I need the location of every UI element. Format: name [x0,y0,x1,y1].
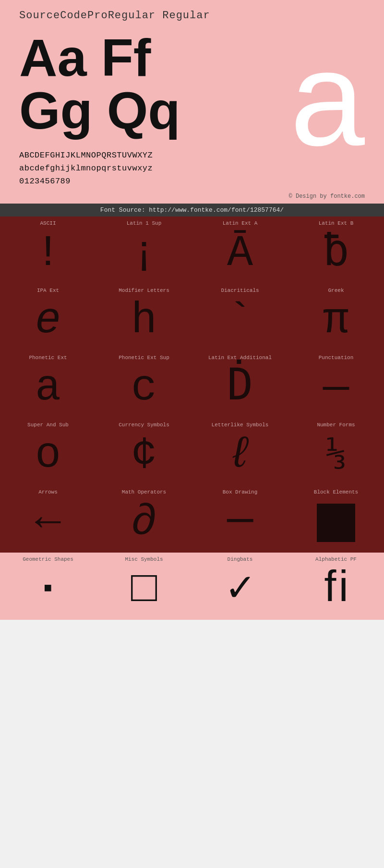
grid-cell-letterlike: Letterlike Symbols ℓ [192,418,288,485]
grid-cell-alphabeticpf: Alphabetic PF ﬁ [288,553,384,620]
glyph-geoshapes: ▪ [40,566,56,614]
label-boxdrawing: Box Drawing [223,489,258,497]
font-source: Font Source: http://www.fontke.com/font/… [0,204,384,217]
glyph-blockelements [317,499,355,547]
grid-cell-mathops: Math Operators ∂ [96,485,192,553]
grid-cell-boxdrawing: Box Drawing ─ [192,485,288,553]
label-diacriticals: Diacriticals [221,288,259,295]
glyph-ipaext: e [35,297,61,345]
copyright: © Design by fontke.com [0,191,384,204]
label-geoshapes: Geometric Shapes [23,556,73,564]
label-latinextb: Latin Ext B [319,220,354,228]
grid-cell-currency: Currency Symbols ¢ [96,418,192,485]
grid-cell-diacriticals: Diacriticals ` [192,284,288,351]
grid-cell-modletters: Modifier Letters h [96,284,192,351]
background-letter: a [290,31,365,166]
label-greek: Greek [328,288,344,295]
grid-cell-latinextb: Latin Ext B ƀ [288,217,384,284]
grid-cell-phoneticext: Phonetic Ext a [0,351,96,418]
grid-cell-greek: Greek π [288,284,384,351]
glyph-miscsymbols: □ [131,566,157,614]
glyph-currency: ¢ [131,432,157,480]
label-ascii: ASCII [40,220,56,228]
label-letterlike: Letterlike Symbols [212,422,269,430]
letter-F: Ff [101,31,151,84]
label-superandsub: Super And Sub [27,422,69,430]
filled-square-icon [317,504,355,542]
glyph-modletters: h [131,297,157,345]
glyph-punctuation: — [323,364,349,412]
grid-cell-latinextadd: Latin Ext Additional Ḋ [192,351,288,418]
label-dingbats: Dingbats [228,556,253,564]
glyph-boxdrawing: ─ [227,499,253,547]
glyph-numberforms: ⅓ [326,432,346,480]
glyph-ascii: ! [35,230,61,278]
grid-cell-punctuation: Punctuation — [288,351,384,418]
glyph-latinexta: Ā [227,230,253,278]
grid-cell-dingbats: Dingbats ✓ [192,553,288,620]
glyph-dingbats: ✓ [227,566,253,614]
label-miscsymbols: Misc Symbols [125,556,163,564]
glyph-greek: π [323,297,349,345]
grid-cell-numberforms: Number Forms ⅓ [288,418,384,485]
letter-A: Aa [19,31,87,84]
glyph-alphabeticpf: ﬁ [323,566,349,614]
glyph-latinextadd: Ḋ [227,364,253,412]
label-blockelements: Block Elements [314,489,358,497]
label-punctuation: Punctuation [319,355,354,362]
label-latin1sup: Latin 1 Sup [127,220,162,228]
glyph-latin1sup: ¡ [131,230,157,278]
grid-cell-geoshapes: Geometric Shapes ▪ [0,553,96,620]
letter-pairs: Aa Ff Gg Qq [19,31,180,137]
font-title: SourceCodeProRegular Regular [19,10,365,22]
grid-cell-arrows: Arrows ← [0,485,96,553]
glyph-phoneticext: a [35,364,61,412]
grid-cell-ipaext: IPA Ext e [0,284,96,351]
glyph-mathops: ∂ [131,499,157,547]
label-modletters: Modifier Letters [119,288,169,295]
top-section: SourceCodeProRegular Regular Aa Ff Gg Qq… [0,0,384,142]
label-arrows: Arrows [38,489,58,497]
glyph-diacriticals: ` [227,297,253,345]
grid-cell-latin1sup: Latin 1 Sup ¡ [96,217,192,284]
glyph-grid: ASCII ! Latin 1 Sup ¡ Latin Ext A Ā Lati… [0,217,384,620]
letter-row-1: Aa Ff [19,31,180,84]
label-latinexta: Latin Ext A [223,220,258,228]
label-phoneticext: Phonetic Ext [29,355,67,362]
label-numberforms: Number Forms [317,422,355,430]
glyph-arrows: ← [35,499,61,547]
letter-Q: Qq [107,84,180,137]
digits: 0123456789 [19,175,365,188]
label-phoneticextsup: Phonetic Ext Sup [119,355,169,362]
letter-row-2: Gg Qq [19,84,180,137]
grid-cell-superandsub: Super And Sub o [0,418,96,485]
label-latinextadd: Latin Ext Additional [208,355,272,362]
glyph-letterlike: ℓ [227,432,253,480]
letter-G: Gg [19,84,93,137]
grid-cell-ascii: ASCII ! [0,217,96,284]
label-alphabeticpf: Alphabetic PF [315,556,357,564]
letter-showcase: Aa Ff Gg Qq a [19,31,365,137]
label-mathops: Math Operators [122,489,166,497]
glyph-superandsub: o [35,432,61,480]
label-currency: Currency Symbols [119,422,169,430]
glyph-latinextb: ƀ [323,230,349,278]
label-ipaext: IPA Ext [37,288,59,295]
grid-cell-phoneticextsup: Phonetic Ext Sup c [96,351,192,418]
grid-cell-miscsymbols: Misc Symbols □ [96,553,192,620]
glyph-phoneticextsup: c [131,364,157,412]
grid-cell-latinexta: Latin Ext A Ā [192,217,288,284]
grid-cell-blockelements: Block Elements [288,485,384,553]
